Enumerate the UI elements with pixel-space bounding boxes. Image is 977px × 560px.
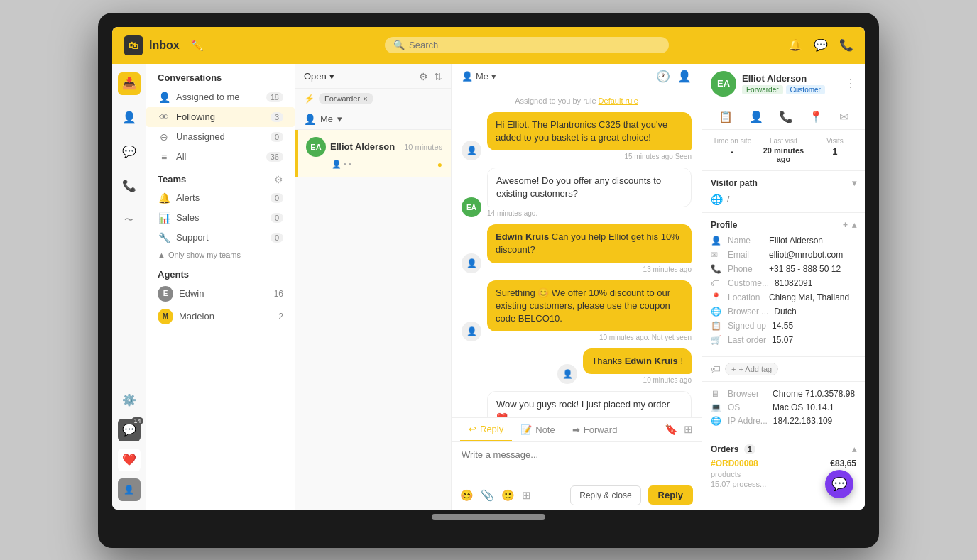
agents-title: Agents [146,262,295,282]
reply-expand-icon[interactable]: ⊞ [684,423,693,436]
profile-customer-row: 🏷 Custome... 81082091 [711,278,856,288]
rp-phone-icon[interactable]: 📞 [779,110,793,123]
add-tag-button[interactable]: + + Add tag [725,363,778,375]
forwarder-filter-tag[interactable]: Forwarder × [319,93,373,104]
chat-me-selector[interactable]: 👤 Me ▾ [462,71,496,82]
profile-toggle[interactable]: ▴ [852,220,856,230]
agent-madelon[interactable]: M Madelon 2 [146,305,295,328]
remove-filter-icon[interactable]: × [363,94,367,103]
fab-chat-button[interactable]: 💬 [825,470,853,498]
tab-reply[interactable]: ↩ Reply [460,418,512,441]
bubble-3: Edwin Kruis Can you help Elliot get his … [487,224,692,263]
alerts-icon: 🔔 [158,192,170,204]
conv-item-elliot[interactable]: EA Elliot Alderson 10 minutes 👤 • • ● [295,130,451,177]
template-icon[interactable]: ⊞ [522,489,531,502]
tech-os-icon: 💻 [711,402,722,412]
visitor-path-toggle[interactable]: ▾ [852,178,856,188]
profile-signup-icon: 📋 [711,321,722,331]
search-bar[interactable]: 🔍 [385,37,669,53]
nav-settings[interactable]: ⚙️ [118,389,141,412]
sidebar-item-alerts[interactable]: 🔔 Alerts 0 [146,188,295,208]
reply-tab-icon: ↩ [469,424,476,434]
nav-reports[interactable]: 〜 [118,209,141,231]
reply-textarea[interactable] [462,449,692,471]
sales-icon: 📊 [158,212,170,224]
stat-last-visit: Last visit 20 minutes ago [762,137,804,163]
sidebar-item-unassigned[interactable]: ⊖ Unassigned 0 [146,127,295,147]
reply-close-button[interactable]: Reply & close [570,485,640,505]
chat-header-icons: 🕐 👤 [656,70,692,83]
order-id[interactable]: #ORD00008 [711,459,758,468]
orders-toggle[interactable]: ▴ [852,444,856,454]
contact-more-icon[interactable]: ⋮ [845,77,856,90]
contact-avatar: EA [711,71,736,97]
tab-forward[interactable]: ➡ Forward [564,419,626,441]
profile-section: Profile + ▴ 👤 Name Elliot Alderson ✉ [702,213,865,357]
profile-email-row: ✉ Email elliot@mrrobot.com [711,250,856,260]
chat-person-icon[interactable]: 👤 [677,70,692,83]
sidebar-item-assigned[interactable]: 👤 Assigned to me 18 [146,87,295,107]
rp-person-icon[interactable]: 👤 [749,110,763,123]
teams-settings-icon[interactable]: ⚙ [274,174,283,185]
support-icon: 🔧 [158,232,170,243]
open-dropdown[interactable]: Open ▾ [304,71,334,82]
reply-bookmark-icon[interactable]: 🔖 [665,423,678,436]
forwarder-tag-label: Forwarder [324,94,360,103]
rp-note-icon[interactable]: 📋 [719,110,733,123]
tab-note[interactable]: 📝 Note [512,419,563,441]
agent-edwin-count: 16 [274,289,283,299]
unassigned-count: 0 [271,132,283,142]
note-tab-icon: 📝 [520,424,532,435]
unassigned-icon: ⊖ [158,131,170,143]
profile-name-row: 👤 Name Elliot Alderson [711,236,856,246]
right-panel: EA Elliot Alderson Forwarder Customer ⋮ … [702,64,865,510]
profile-add-icon[interactable]: + [843,220,848,230]
nav-messages[interactable]: 💬 [118,141,141,163]
rp-map-icon[interactable]: 📍 [809,110,823,123]
following-count: 3 [271,112,283,122]
sort-icon[interactable]: ⇅ [434,71,442,82]
agent-edwin[interactable]: E Edwin 16 [146,282,295,305]
notification-icon[interactable]: 🔔 [788,38,802,52]
sticker-icon[interactable]: 🙂 [501,489,515,502]
phone-icon[interactable]: 📞 [839,38,853,52]
sidebar-item-all[interactable]: ≡ All 36 [146,147,295,167]
agent-edwin-name: Edwin [179,288,204,299]
chat-clock-icon[interactable]: 🕐 [656,70,670,83]
contact-badges: Forwarder Customer [742,85,839,94]
nav-contacts[interactable]: 👤 [118,106,141,129]
reply-footer: 😊 📎 🙂 ⊞ Reply & close Reply [452,481,702,510]
nav-heart[interactable]: ❤️ [118,449,141,471]
msg-meta-5: 10 minutes ago [643,376,692,384]
reply-send-button[interactable]: Reply [648,485,693,505]
sidebar-item-support[interactable]: 🔧 Support 0 [146,228,295,248]
edit-icon[interactable]: ✏️ [191,40,203,51]
nav-notifications[interactable]: 💬 14 [118,419,141,441]
sidebar-item-sales[interactable]: 📊 Sales 0 [146,208,295,228]
rule-link[interactable]: Default rule [599,97,638,105]
profile-phone-icon: 📞 [711,264,722,274]
msg-meta-2: 14 minutes ago. [487,209,692,217]
nav-calls[interactable]: 📞 [118,175,141,197]
chat-icon[interactable]: 💬 [814,38,828,52]
notification-count: 14 [131,417,143,424]
emoji-icon[interactable]: 😊 [460,489,474,502]
assigned-icon: 👤 [158,92,170,103]
tag-area: 🏷 + + Add tag [702,357,865,382]
me-selector[interactable]: 👤 Me ▾ [295,109,451,130]
stat-visits: Visits 1 [814,137,856,163]
attachment-icon[interactable]: 📎 [481,489,494,502]
logo-area: 🛍 Inbox ✏️ [124,35,266,55]
alerts-count: 0 [271,193,283,203]
sidebar-item-following[interactable]: 👁 Following 3 [146,107,295,127]
filter-icon[interactable]: ⚙ [419,71,428,82]
message-2: EA Awesome! Do you offer any discounts t… [462,168,692,217]
nav-user-avatar[interactable]: 👤 [118,478,141,501]
search-input[interactable] [409,40,660,50]
conv-list-actions: ⚙ ⇅ [419,71,442,82]
profile-lastorder-row: 🛒 Last order 15.07 [711,335,856,345]
show-my-teams[interactable]: ▲ Only show my teams [146,248,295,262]
rp-email-icon[interactable]: ✉ [839,110,848,123]
message-5: Thanks Edwin Kruis ! 10 minutes ago 👤 [462,348,692,384]
nav-inbox[interactable]: 📥 [118,72,141,95]
